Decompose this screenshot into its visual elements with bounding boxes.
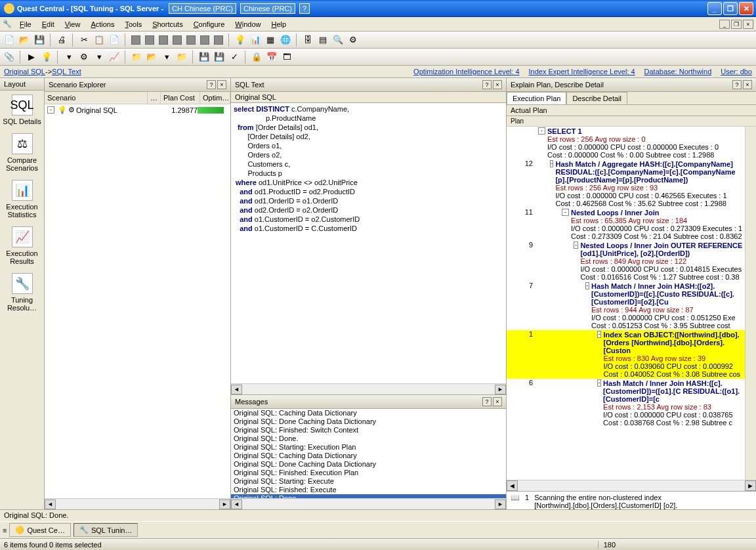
bulb-icon[interactable]: 💡 bbox=[234, 33, 247, 47]
check-icon[interactable]: ✓ bbox=[228, 51, 241, 64]
print-icon[interactable]: 🖨 bbox=[55, 33, 68, 47]
layout-item[interactable]: SQLSQL Details bbox=[0, 91, 44, 129]
layout-item[interactable]: 📈Execution Results bbox=[0, 222, 44, 269]
minimize-button[interactable]: _ bbox=[707, 2, 722, 15]
layout-item[interactable]: 📊Execution Statistics bbox=[0, 176, 44, 222]
ime-help-icon[interactable]: ? bbox=[299, 3, 310, 14]
menu-help[interactable]: Help bbox=[266, 19, 292, 30]
message-row[interactable]: Original SQL: Finished: Execution Plan bbox=[231, 469, 506, 477]
message-row[interactable]: Original SQL: Starting: Execution Plan bbox=[231, 443, 506, 452]
ime-lang-b[interactable]: Chinese (PRC) bbox=[240, 3, 295, 14]
tool-icon[interactable] bbox=[173, 35, 182, 45]
menu-tools[interactable]: Tools bbox=[119, 19, 147, 30]
open-icon[interactable]: 📂 bbox=[18, 33, 31, 47]
message-row[interactable]: Original SQL: Finished: Switch Context bbox=[231, 426, 506, 434]
help-icon[interactable]: ? bbox=[732, 80, 742, 89]
paste-icon[interactable]: 📄 bbox=[108, 33, 121, 47]
scenario-row[interactable]: - 💡 ⚙ Original SQL 1.29877 bbox=[45, 104, 230, 116]
menu-view[interactable]: View bbox=[60, 19, 86, 30]
lock-icon[interactable]: 🔒 bbox=[250, 51, 263, 64]
link-user[interactable]: User: dbo bbox=[721, 68, 752, 75]
breadcrumb-sql-text[interactable]: SQL Text bbox=[52, 68, 81, 75]
settings-icon[interactable]: ⚙ bbox=[346, 33, 360, 47]
scroll-right-icon[interactable]: ► bbox=[219, 499, 230, 509]
saveall-icon[interactable]: 💾 bbox=[213, 51, 226, 64]
mdi-restore-button[interactable]: ❐ bbox=[731, 20, 742, 29]
plan-node[interactable]: -SELECT 1Est rows : 256 Avg row size : 0… bbox=[507, 127, 745, 159]
scroll-left-icon[interactable]: ◄ bbox=[231, 385, 242, 394]
tree-expand-icon[interactable]: - bbox=[538, 127, 545, 135]
col-dots[interactable]: … bbox=[148, 92, 161, 104]
message-row[interactable]: Original SQL: Caching Data Dictionary bbox=[231, 452, 506, 460]
scroll-right-icon[interactable]: ► bbox=[745, 480, 756, 491]
taskbar-quest-central[interactable]: 🟡Quest Ce… bbox=[9, 523, 70, 537]
breadcrumb-original-sql[interactable]: Original SQL bbox=[4, 68, 45, 75]
tool-icon[interactable] bbox=[200, 35, 209, 45]
layout-item[interactable]: ⚖Compare Scenarios bbox=[0, 129, 44, 176]
tool-icon[interactable] bbox=[159, 35, 168, 45]
mdi-minimize-button[interactable]: _ bbox=[719, 20, 730, 29]
attach-icon[interactable]: 📎 bbox=[3, 51, 16, 64]
dropdown-icon[interactable]: ▾ bbox=[93, 51, 106, 64]
maximize-button[interactable]: ❐ bbox=[723, 2, 738, 15]
save-icon[interactable]: 💾 bbox=[33, 33, 46, 47]
scroll-right-icon[interactable]: ► bbox=[495, 499, 506, 509]
plan-tree[interactable]: -SELECT 1Est rows : 256 Avg row size : 0… bbox=[507, 127, 745, 480]
stats-icon[interactable]: 📊 bbox=[249, 33, 262, 47]
new-icon[interactable]: 📄 bbox=[3, 33, 16, 47]
close-panel-icon[interactable]: × bbox=[743, 80, 752, 89]
tree-expand-icon[interactable]: - bbox=[574, 242, 578, 249]
plan-hscroll[interactable]: ◄ ► bbox=[507, 480, 756, 491]
folder-open-icon[interactable]: 📂 bbox=[145, 51, 158, 64]
messages-hscroll[interactable]: ◄ ► bbox=[231, 498, 506, 509]
close-panel-icon[interactable]: × bbox=[493, 80, 502, 89]
dropdown-icon[interactable]: ▾ bbox=[160, 51, 173, 64]
ime-lang-a[interactable]: CH Chinese (PRC) bbox=[169, 3, 236, 14]
scroll-left-icon[interactable]: ◄ bbox=[231, 499, 242, 509]
message-row[interactable]: Original SQL: Starting: Execute bbox=[231, 477, 506, 486]
close-panel-icon[interactable]: × bbox=[493, 397, 502, 406]
copy-icon[interactable]: 📋 bbox=[93, 33, 106, 47]
message-row[interactable]: Original SQL: Caching Data Dictionary bbox=[231, 409, 506, 417]
taskbar-toggle-icon[interactable]: ≡ bbox=[3, 526, 7, 534]
tool-icon[interactable] bbox=[186, 35, 196, 45]
tree-expand-icon[interactable]: - bbox=[597, 331, 601, 338]
folder-icon[interactable]: 📁 bbox=[175, 51, 188, 64]
tab-execution-plan[interactable]: Execution Plan bbox=[507, 92, 566, 104]
message-row[interactable]: Original SQL: Done Caching Data Dictiona… bbox=[231, 417, 506, 426]
dropdown-icon[interactable]: ▾ bbox=[62, 51, 75, 64]
messages-list[interactable]: Original SQL: Caching Data DictionaryOri… bbox=[231, 409, 506, 498]
message-row[interactable]: Original SQL: Done. bbox=[231, 434, 506, 443]
menu-edit[interactable]: Edit bbox=[37, 19, 60, 30]
search-icon[interactable]: 🔍 bbox=[331, 33, 345, 47]
bulb-icon[interactable]: 💡 bbox=[40, 51, 53, 64]
sql-hscroll[interactable]: ◄ ► bbox=[231, 383, 506, 394]
gear-icon[interactable]: ⚙ bbox=[77, 51, 91, 64]
message-row[interactable]: Original SQL: Done Caching Data Dictiona… bbox=[231, 460, 506, 469]
cut-icon[interactable]: ✂ bbox=[77, 33, 91, 47]
tree-expand-icon[interactable]: - bbox=[550, 160, 553, 167]
tree-expand-icon[interactable]: - bbox=[585, 282, 589, 289]
calendar-icon[interactable]: 📅 bbox=[265, 51, 278, 64]
sql-editor[interactable]: select DISTINCT c.CompanyName, p.Product… bbox=[231, 103, 506, 383]
message-row[interactable]: Original SQL: Finished: Execute bbox=[231, 486, 506, 494]
link-database[interactable]: Database: Northwind bbox=[644, 68, 712, 75]
tree-expand-icon[interactable]: - bbox=[562, 209, 569, 216]
plan-node[interactable]: 11-Nested Loops / Inner JoinEst rows : 6… bbox=[507, 208, 745, 241]
scenario-hscroll[interactable]: ◄ ► bbox=[45, 498, 230, 509]
folder-icon[interactable]: 📁 bbox=[130, 51, 143, 64]
help-icon[interactable]: ? bbox=[482, 397, 492, 406]
menu-window[interactable]: Window bbox=[230, 19, 266, 30]
help-icon[interactable]: ? bbox=[207, 80, 216, 89]
plan-node[interactable]: 1-Index Scan OBJECT:([Northwind].[dbo].[… bbox=[507, 330, 745, 379]
db-icon[interactable]: 🗄 bbox=[301, 33, 314, 47]
tool-icon[interactable] bbox=[131, 35, 140, 45]
tool-icon[interactable] bbox=[214, 35, 223, 45]
menu-shortcuts[interactable]: Shortcuts bbox=[147, 19, 188, 30]
globe-icon[interactable]: 🌐 bbox=[279, 33, 292, 47]
save-icon[interactable]: 💾 bbox=[198, 51, 211, 64]
grid-icon[interactable]: ▦ bbox=[264, 33, 277, 47]
scroll-left-icon[interactable]: ◄ bbox=[45, 499, 56, 509]
plan-node[interactable]: 9-Nested Loops / Inner Join OUTER REFERE… bbox=[507, 241, 745, 282]
col-optim[interactable]: Optim… bbox=[200, 92, 230, 104]
